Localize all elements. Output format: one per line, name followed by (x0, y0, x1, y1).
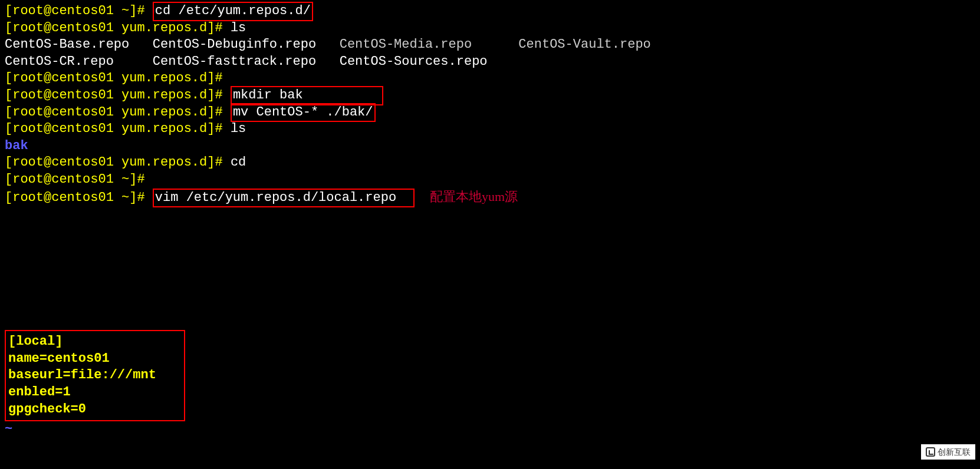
ls-output-1: CentOS-Base.repo CentOS-Debuginfo.repo C… (5, 37, 975, 54)
ls-output-3: bak (5, 138, 975, 155)
repo-line: name=centos01 (8, 351, 110, 366)
watermark: 创新互联 (921, 444, 975, 460)
line-9: [root@centos01 ~]# vim /etc/yum.repos.d/… (5, 189, 975, 207)
prompt: [root@centos01 yum.repos.d]# (5, 105, 223, 120)
file-list: CentOS-Base.repo CentOS-Debuginfo.repo (5, 37, 340, 52)
highlight-cd: cd /etc/yum.repos.d/ (153, 2, 313, 21)
watermark-text: 创新互联 (938, 447, 971, 457)
watermark-logo-icon (926, 447, 935, 457)
line-5: [root@centos01 yum.repos.d]# mv CentOS-*… (5, 104, 975, 121)
prompt: [root@centos01 ~]# (5, 190, 145, 205)
cmd: cd (231, 155, 246, 170)
line-8: [root@centos01 ~]# (5, 171, 975, 189)
prompt: [root@centos01 yum.repos.d]# (5, 121, 223, 136)
tilde-icon: ~ (5, 422, 12, 437)
cmd: mv CentOS-* ./bak/ (233, 105, 373, 120)
vim-tilde: ~ (5, 421, 975, 438)
cmd: mkdir bak (233, 88, 303, 103)
repo-line: baseurl=file:///mnt (8, 368, 156, 382)
prompt: [root@centos01 ~]# (5, 4, 145, 18)
line-1: [root@centos01 ~]# cd /etc/yum.repos.d/ (5, 3, 975, 20)
cmd: ls (231, 21, 246, 35)
repo-line: gpgcheck=0 (8, 402, 86, 417)
line-7: [root@centos01 yum.repos.d]# cd (5, 154, 975, 171)
cmd: cd /etc/yum.repos.d/ (155, 4, 311, 18)
repo-line: [local] (8, 334, 63, 349)
highlight-mv: mv CentOS-* ./bak/ (231, 103, 376, 123)
cmd: ls (231, 121, 246, 136)
prompt: [root@centos01 ~]# (5, 172, 145, 187)
prompt: [root@centos01 yum.repos.d]# (5, 21, 223, 35)
highlight-vim: vim /etc/yum.repos.d/local.repo (153, 189, 415, 208)
dir: bak (5, 138, 28, 153)
prompt: [root@centos01 yum.repos.d]# (5, 88, 223, 103)
prompt: [root@centos01 yum.repos.d]# (5, 71, 223, 85)
line-4: [root@centos01 yum.repos.d]# mkdir bak (5, 87, 975, 104)
terminal[interactable]: [root@centos01 ~]# cd /etc/yum.repos.d/ … (5, 3, 975, 438)
line-6: [root@centos01 yum.repos.d]# ls (5, 121, 975, 138)
line-2: [root@centos01 yum.repos.d]# ls (5, 20, 975, 37)
prompt: [root@centos01 yum.repos.d]# (5, 155, 223, 170)
cmd: vim /etc/yum.repos.d/local.repo (155, 190, 396, 205)
file: CentOS-Vault.repo (518, 37, 650, 52)
annotation-text: 配置本地yum源 (430, 189, 518, 204)
highlight-repo-config: [local] name=centos01 baseurl=file:///mn… (5, 330, 185, 421)
file: CentOS-Media.repo (340, 37, 472, 52)
repo-line: enbled=1 (8, 385, 71, 399)
ls-output-2: CentOS-CR.repo CentOS-fasttrack.repo Cen… (5, 54, 975, 71)
blank-gap (5, 206, 975, 330)
file-list: CentOS-CR.repo CentOS-fasttrack.repo Cen… (5, 54, 488, 69)
line-3: [root@centos01 yum.repos.d]# (5, 70, 975, 87)
